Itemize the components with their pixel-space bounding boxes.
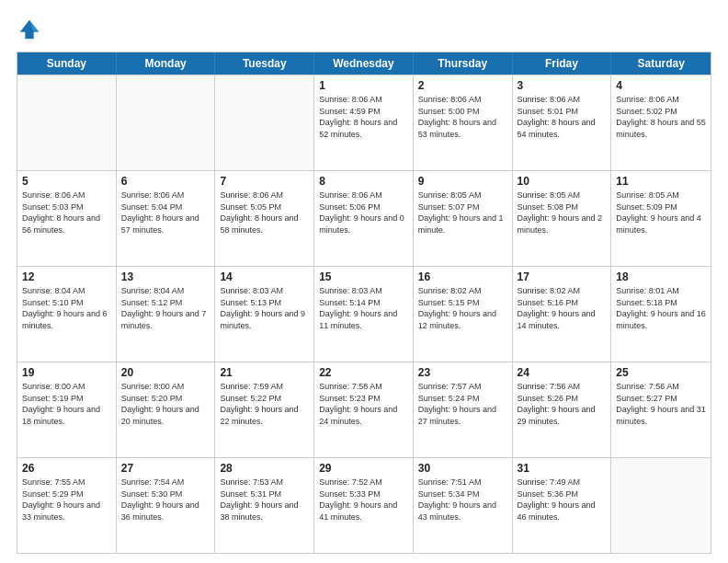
day-cell-13: 13Sunrise: 8:04 AM Sunset: 5:12 PM Dayli… [117,267,216,362]
week-row-1: 1Sunrise: 8:06 AM Sunset: 4:59 PM Daylig… [17,75,711,170]
day-cell-21: 21Sunrise: 7:59 AM Sunset: 5:22 PM Dayli… [215,362,314,457]
day-number: 2 [418,79,507,92]
day-info: Sunrise: 8:01 AM Sunset: 5:18 PM Dayligh… [616,285,706,331]
day-info: Sunrise: 8:00 AM Sunset: 5:20 PM Dayligh… [121,381,210,427]
day-cell-25: 25Sunrise: 7:56 AM Sunset: 5:27 PM Dayli… [611,362,711,457]
day-info: Sunrise: 8:04 AM Sunset: 5:10 PM Dayligh… [22,285,111,331]
day-info: Sunrise: 7:49 AM Sunset: 5:36 PM Dayligh… [518,477,607,523]
day-info: Sunrise: 8:06 AM Sunset: 5:00 PM Dayligh… [418,94,507,140]
day-cell-31: 31Sunrise: 7:49 AM Sunset: 5:36 PM Dayli… [513,458,612,553]
day-cell-12: 12Sunrise: 8:04 AM Sunset: 5:10 PM Dayli… [17,267,117,362]
day-cell-6: 6Sunrise: 8:06 AM Sunset: 5:04 PM Daylig… [117,171,216,266]
day-cell-29: 29Sunrise: 7:52 AM Sunset: 5:33 PM Dayli… [314,458,414,553]
day-info: Sunrise: 7:59 AM Sunset: 5:22 PM Dayligh… [220,381,309,427]
day-number: 14 [220,270,309,283]
day-info: Sunrise: 8:06 AM Sunset: 5:05 PM Dayligh… [220,190,309,236]
empty-cell [117,75,216,170]
day-number: 13 [121,270,210,283]
day-info: Sunrise: 7:54 AM Sunset: 5:30 PM Dayligh… [121,477,210,523]
day-number: 30 [418,462,507,475]
day-info: Sunrise: 7:55 AM Sunset: 5:29 PM Dayligh… [22,477,111,523]
day-cell-11: 11Sunrise: 8:05 AM Sunset: 5:09 PM Dayli… [611,171,711,266]
day-number: 24 [518,366,607,379]
logo [17,17,46,42]
day-number: 3 [518,79,607,92]
day-cell-19: 19Sunrise: 8:00 AM Sunset: 5:19 PM Dayli… [17,362,117,457]
day-cell-16: 16Sunrise: 8:02 AM Sunset: 5:15 PM Dayli… [414,267,513,362]
day-info: Sunrise: 7:53 AM Sunset: 5:31 PM Dayligh… [220,477,309,523]
weekday-header-sunday: Sunday [17,52,117,75]
weekday-header-tuesday: Tuesday [215,52,314,75]
day-cell-22: 22Sunrise: 7:58 AM Sunset: 5:23 PM Dayli… [314,362,414,457]
day-cell-10: 10Sunrise: 8:05 AM Sunset: 5:08 PM Dayli… [513,171,612,266]
day-info: Sunrise: 8:02 AM Sunset: 5:15 PM Dayligh… [418,285,507,331]
day-info: Sunrise: 7:57 AM Sunset: 5:24 PM Dayligh… [418,381,507,427]
day-number: 31 [518,462,607,475]
day-number: 25 [616,366,706,379]
day-info: Sunrise: 8:02 AM Sunset: 5:16 PM Dayligh… [518,285,607,331]
weekday-header-monday: Monday [117,52,216,75]
day-info: Sunrise: 8:05 AM Sunset: 5:09 PM Dayligh… [616,190,706,236]
empty-cell [17,75,117,170]
day-cell-7: 7Sunrise: 8:06 AM Sunset: 5:05 PM Daylig… [215,171,314,266]
day-info: Sunrise: 8:06 AM Sunset: 5:04 PM Dayligh… [121,190,210,236]
day-cell-3: 3Sunrise: 8:06 AM Sunset: 5:01 PM Daylig… [513,75,612,170]
day-number: 8 [319,175,408,188]
weekday-header-thursday: Thursday [414,52,513,75]
day-number: 29 [319,462,408,475]
week-row-4: 19Sunrise: 8:00 AM Sunset: 5:19 PM Dayli… [17,362,711,457]
day-cell-8: 8Sunrise: 8:06 AM Sunset: 5:06 PM Daylig… [314,171,414,266]
weekday-header-friday: Friday [513,52,612,75]
day-cell-18: 18Sunrise: 8:01 AM Sunset: 5:18 PM Dayli… [611,267,711,362]
calendar-body: 1Sunrise: 8:06 AM Sunset: 4:59 PM Daylig… [17,75,711,553]
day-number: 23 [418,366,507,379]
day-cell-1: 1Sunrise: 8:06 AM Sunset: 4:59 PM Daylig… [314,75,414,170]
day-number: 7 [220,175,309,188]
day-cell-24: 24Sunrise: 7:56 AM Sunset: 5:26 PM Dayli… [513,362,612,457]
day-number: 12 [22,270,111,283]
weekday-header-saturday: Saturday [611,52,711,75]
day-info: Sunrise: 7:58 AM Sunset: 5:23 PM Dayligh… [319,381,408,427]
day-cell-15: 15Sunrise: 8:03 AM Sunset: 5:14 PM Dayli… [314,267,414,362]
logo-icon [17,17,42,42]
day-number: 1 [319,79,408,92]
day-info: Sunrise: 8:05 AM Sunset: 5:07 PM Dayligh… [418,190,507,236]
day-number: 28 [220,462,309,475]
day-number: 20 [121,366,210,379]
day-number: 27 [121,462,210,475]
day-info: Sunrise: 7:52 AM Sunset: 5:33 PM Dayligh… [319,477,408,523]
day-info: Sunrise: 7:56 AM Sunset: 5:26 PM Dayligh… [518,381,607,427]
day-number: 6 [121,175,210,188]
day-number: 21 [220,366,309,379]
day-info: Sunrise: 8:06 AM Sunset: 4:59 PM Dayligh… [319,94,408,140]
day-number: 11 [616,175,706,188]
calendar-header-row: SundayMondayTuesdayWednesdayThursdayFrid… [17,52,711,75]
day-cell-26: 26Sunrise: 7:55 AM Sunset: 5:29 PM Dayli… [17,458,117,553]
day-number: 5 [22,175,111,188]
day-number: 16 [418,270,507,283]
day-cell-23: 23Sunrise: 7:57 AM Sunset: 5:24 PM Dayli… [414,362,513,457]
week-row-5: 26Sunrise: 7:55 AM Sunset: 5:29 PM Dayli… [17,457,711,553]
day-info: Sunrise: 8:06 AM Sunset: 5:03 PM Dayligh… [22,190,111,236]
day-cell-2: 2Sunrise: 8:06 AM Sunset: 5:00 PM Daylig… [414,75,513,170]
day-number: 9 [418,175,507,188]
day-info: Sunrise: 8:06 AM Sunset: 5:02 PM Dayligh… [616,94,706,140]
day-number: 26 [22,462,111,475]
week-row-3: 12Sunrise: 8:04 AM Sunset: 5:10 PM Dayli… [17,266,711,362]
empty-cell [611,458,711,553]
day-number: 15 [319,270,408,283]
day-info: Sunrise: 7:51 AM Sunset: 5:34 PM Dayligh… [418,477,507,523]
day-cell-28: 28Sunrise: 7:53 AM Sunset: 5:31 PM Dayli… [215,458,314,553]
calendar: SundayMondayTuesdayWednesdayThursdayFrid… [17,52,711,554]
day-number: 17 [518,270,607,283]
day-info: Sunrise: 8:03 AM Sunset: 5:13 PM Dayligh… [220,285,309,331]
header [17,17,711,42]
day-info: Sunrise: 8:05 AM Sunset: 5:08 PM Dayligh… [518,190,607,236]
day-cell-27: 27Sunrise: 7:54 AM Sunset: 5:30 PM Dayli… [117,458,216,553]
day-number: 18 [616,270,706,283]
day-cell-20: 20Sunrise: 8:00 AM Sunset: 5:20 PM Dayli… [117,362,216,457]
day-info: Sunrise: 7:56 AM Sunset: 5:27 PM Dayligh… [616,381,706,427]
day-number: 4 [616,79,706,92]
weekday-header-wednesday: Wednesday [314,52,414,75]
day-number: 10 [518,175,607,188]
